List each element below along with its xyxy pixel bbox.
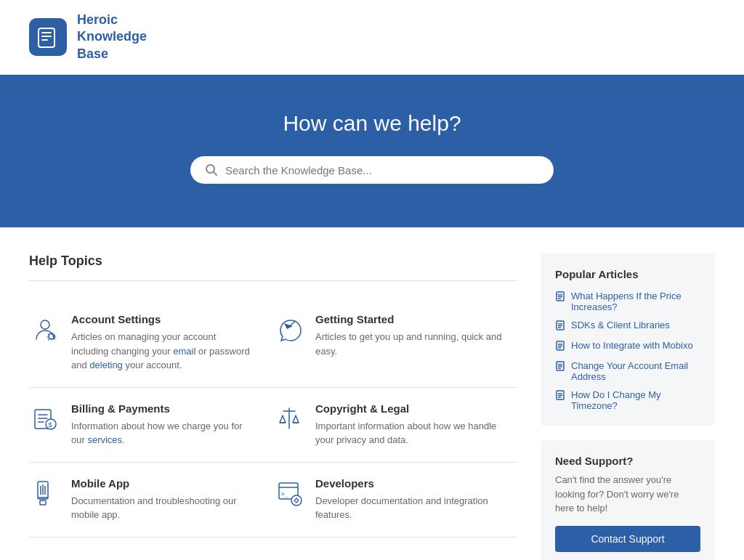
site-header: Heroic Knowledge Base: [0, 0, 744, 75]
developers-icon: >_: [273, 477, 305, 509]
legal-icon: [273, 402, 305, 434]
article-item[interactable]: How to Integrate with Mobixo: [555, 340, 700, 353]
email-link[interactable]: email: [173, 346, 195, 357]
account-settings-text: Account Settings Articles on managing yo…: [71, 313, 251, 373]
article-item[interactable]: How Do I Change My Timezone?: [555, 389, 700, 411]
legal-text: Copyright & Legal Important information …: [315, 402, 506, 447]
article-list: What Happens If the Price Increases? SDK…: [555, 291, 700, 411]
hero-section: How can we help?: [0, 75, 744, 227]
support-title: Need Support?: [555, 455, 700, 467]
contact-support-button[interactable]: Contact Support: [555, 526, 700, 552]
topic-billing[interactable]: $ Billing & Payments Information about h…: [29, 388, 273, 463]
getting-started-text: Getting Started Articles to get you up a…: [315, 313, 506, 358]
article-item[interactable]: What Happens If the Price Increases?: [555, 291, 700, 312]
svg-text:>_: >_: [281, 491, 288, 498]
svg-rect-16: [40, 500, 46, 505]
article-icon: [555, 361, 565, 373]
article-icon: [555, 341, 565, 353]
sidebar: Popular Articles What Happens If the Pri…: [541, 253, 715, 560]
mobile-text: Mobile App Documentation and troubleshoo…: [71, 477, 251, 522]
main-content: Help Topics Account Settings Articles on…: [0, 227, 744, 560]
brand-name: Heroic Knowledge Base: [77, 12, 147, 62]
svg-point-2: [41, 320, 49, 329]
popular-articles-title: Popular Articles: [555, 268, 700, 280]
hero-title: How can we help?: [29, 111, 715, 136]
search-input[interactable]: [225, 164, 539, 176]
article-icon: [555, 390, 565, 402]
topic-legal[interactable]: Copyright & Legal Important information …: [273, 388, 517, 463]
article-icon: [555, 291, 565, 304]
search-bar: [190, 156, 554, 184]
developers-text: Developers Developer documentation and i…: [315, 477, 506, 522]
help-topics-section: Help Topics Account Settings Articles on…: [29, 253, 517, 560]
search-icon: [205, 163, 218, 176]
popular-articles-box: Popular Articles What Happens If the Pri…: [541, 253, 715, 426]
topic-account-settings[interactable]: Account Settings Articles on managing yo…: [29, 299, 273, 388]
deleting-link[interactable]: deleting: [89, 360, 123, 370]
svg-rect-0: [39, 28, 54, 47]
logo[interactable]: [29, 18, 67, 56]
topic-developers[interactable]: >_ Developers Developer documentation an…: [273, 463, 517, 537]
topic-getting-started[interactable]: Getting Started Articles to get you up a…: [273, 299, 517, 388]
mobile-icon: [29, 477, 61, 509]
account-settings-icon: [29, 313, 61, 345]
billing-text: Billing & Payments Information about how…: [71, 402, 251, 447]
article-item[interactable]: SDKs & Client Libraries: [555, 320, 700, 333]
help-topics-title: Help Topics: [29, 253, 517, 269]
services-link[interactable]: services: [87, 434, 122, 445]
article-item[interactable]: Change Your Account Email Address: [555, 360, 700, 382]
svg-text:$: $: [49, 421, 52, 429]
logo-icon: [36, 25, 60, 49]
topics-grid: Account Settings Articles on managing yo…: [29, 299, 517, 537]
support-description: Can't find the answer you're looking for…: [555, 473, 700, 516]
topics-divider: [29, 280, 517, 281]
article-icon: [555, 320, 565, 333]
need-support-box: Need Support? Can't find the answer you'…: [541, 440, 715, 560]
billing-icon: $: [29, 402, 61, 434]
getting-started-icon: [273, 313, 305, 345]
topic-mobile[interactable]: Mobile App Documentation and troubleshoo…: [29, 463, 273, 537]
svg-point-24: [291, 495, 302, 506]
